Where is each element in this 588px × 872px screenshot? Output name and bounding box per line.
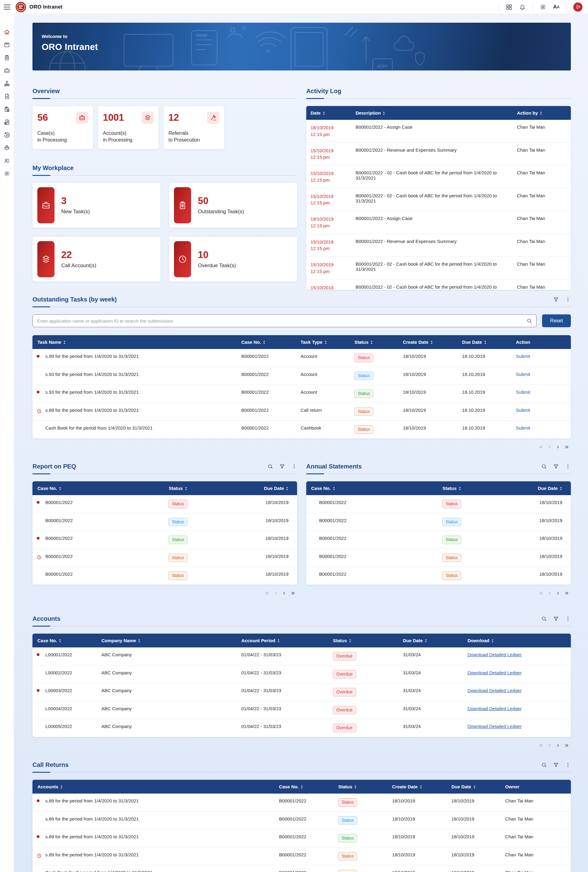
column-header[interactable]: Task Name <box>33 335 237 349</box>
sidebar-item-history[interactable] <box>4 132 10 138</box>
search-icon[interactable] <box>541 463 547 469</box>
pager-first[interactable]: « <box>539 589 542 595</box>
download-detailed-ledger-link[interactable]: Download Detailed Ledger <box>467 724 522 729</box>
column-header[interactable]: Date <box>306 106 351 120</box>
submit-link[interactable]: Submit <box>516 389 530 395</box>
submit-link[interactable]: Submit <box>516 372 530 377</box>
column-header[interactable]: Account Period <box>237 634 328 647</box>
pager-next[interactable]: › <box>557 742 559 748</box>
sidebar-item-tasks[interactable] <box>4 54 10 61</box>
sidebar-item-home[interactable] <box>4 29 10 35</box>
sidebar-item-inbox[interactable] <box>4 42 10 48</box>
sidebar-item-users[interactable] <box>4 158 10 164</box>
search-icon[interactable] <box>267 463 273 469</box>
pager-first[interactable]: « <box>539 444 542 450</box>
column-header[interactable]: Action by <box>513 106 571 120</box>
column-header[interactable]: Download <box>463 634 571 647</box>
submit-link[interactable]: Submit <box>516 425 530 430</box>
column-header[interactable]: Action <box>512 335 571 349</box>
column-header[interactable]: Status <box>412 481 492 495</box>
filter-icon[interactable] <box>553 463 559 469</box>
column-header[interactable]: Owner <box>501 780 571 794</box>
notifications-bell-icon[interactable] <box>519 4 526 11</box>
column-header[interactable]: Status <box>138 481 218 495</box>
text-size-icon[interactable]: AA <box>553 4 560 10</box>
sidebar-item-export[interactable] <box>4 144 10 151</box>
search-icon[interactable] <box>541 616 547 622</box>
more-options-icon[interactable] <box>565 616 571 622</box>
workplace-card[interactable]: 10 Overdue Task(s) <box>169 237 297 281</box>
sidebar-item-ledger[interactable] <box>4 119 10 125</box>
pager-first[interactable]: « <box>265 589 268 595</box>
download-detailed-ledger-link[interactable]: Download Detailed Ledger <box>467 652 522 657</box>
submit-link[interactable]: Submit <box>516 353 530 359</box>
column-header[interactable]: Due Date <box>492 481 571 495</box>
pager-prev[interactable]: ‹ <box>549 742 551 748</box>
pager-last[interactable]: » <box>565 444 568 450</box>
logout-icon[interactable] <box>573 3 582 12</box>
more-options-icon[interactable] <box>565 762 571 768</box>
settings-gear-icon[interactable] <box>540 4 546 11</box>
column-header[interactable]: Accounts <box>33 780 275 794</box>
search-icon[interactable] <box>526 318 532 324</box>
filter-icon[interactable] <box>553 762 559 768</box>
pager-prev[interactable]: ‹ <box>275 589 277 595</box>
pager-last[interactable]: » <box>565 589 568 595</box>
more-options-icon[interactable] <box>291 463 297 469</box>
download-detailed-ledger-link[interactable]: Download Detailed Ledger <box>467 706 522 711</box>
overview-card[interactable]: 1001 Account(s)in Processing <box>98 106 159 149</box>
banner-welcome-label: Welcome to <box>42 34 98 39</box>
column-header[interactable]: Case No. <box>237 335 296 349</box>
workplace-card[interactable]: 3 New Task(s) <box>33 183 160 228</box>
column-header[interactable]: Create Date <box>398 335 458 349</box>
menu-icon[interactable] <box>4 5 10 9</box>
column-header[interactable]: Case No. <box>33 481 138 495</box>
column-header[interactable]: Status <box>328 634 399 647</box>
pager-prev[interactable]: ‹ <box>549 444 551 450</box>
filter-icon[interactable] <box>279 463 285 469</box>
overview-card[interactable]: 12 Referralsto Prosecution <box>164 106 224 149</box>
pager-next[interactable]: › <box>283 589 285 595</box>
workplace-card[interactable]: 22 Call Account(s) <box>33 237 160 281</box>
users-icon <box>4 158 10 164</box>
overview-card[interactable]: 56 Case(s)in Processing <box>33 106 93 149</box>
column-header[interactable]: Status <box>350 335 398 349</box>
pager-prev[interactable]: ‹ <box>549 589 551 595</box>
download-detailed-ledger-link[interactable]: Download Detailed Ledger <box>467 688 522 693</box>
column-header[interactable]: Case No. <box>275 780 334 794</box>
pager-last[interactable]: » <box>291 589 295 595</box>
column-header[interactable]: Due Date <box>447 780 501 794</box>
sidebar-item-org-chart[interactable] <box>4 80 10 87</box>
download-detailed-ledger-link[interactable]: Download Detailed Ledger <box>467 670 522 675</box>
column-header[interactable]: Case No. <box>33 634 97 647</box>
column-header[interactable]: Description <box>351 106 513 120</box>
column-header[interactable]: Case No. <box>306 481 412 495</box>
pager-last[interactable]: » <box>565 742 568 748</box>
sort-icon <box>349 639 352 643</box>
column-header[interactable]: Task Type <box>296 335 350 349</box>
pager-next[interactable]: › <box>557 589 559 595</box>
filter-icon[interactable] <box>553 296 559 302</box>
search-input[interactable] <box>33 314 537 327</box>
reset-button[interactable]: Reset <box>542 314 571 327</box>
sidebar-item-settings[interactable] <box>4 170 10 177</box>
column-header[interactable]: Company Name <box>97 634 237 647</box>
sidebar-item-cancelled-tasks[interactable] <box>4 106 10 113</box>
column-header[interactable]: Due Date <box>218 481 297 495</box>
pager-next[interactable]: › <box>557 444 559 450</box>
column-header[interactable]: Due Date <box>398 634 463 647</box>
more-options-icon[interactable] <box>565 296 571 302</box>
column-header[interactable]: Due Date <box>458 335 512 349</box>
pager-first[interactable]: « <box>539 742 542 748</box>
column-header[interactable]: Status <box>334 780 388 794</box>
workplace-card[interactable]: 50 Outstanding Task(s) <box>169 183 297 228</box>
filter-icon[interactable] <box>553 616 559 622</box>
sidebar-item-documents[interactable] <box>4 93 10 99</box>
search-icon[interactable] <box>541 762 547 768</box>
more-options-icon[interactable] <box>565 463 571 469</box>
column-header[interactable]: Create Date <box>388 780 447 794</box>
submit-link[interactable]: Submit <box>516 407 530 413</box>
apps-icon[interactable] <box>506 4 512 11</box>
section-rule <box>33 98 297 99</box>
sidebar-item-cases[interactable] <box>4 68 10 74</box>
